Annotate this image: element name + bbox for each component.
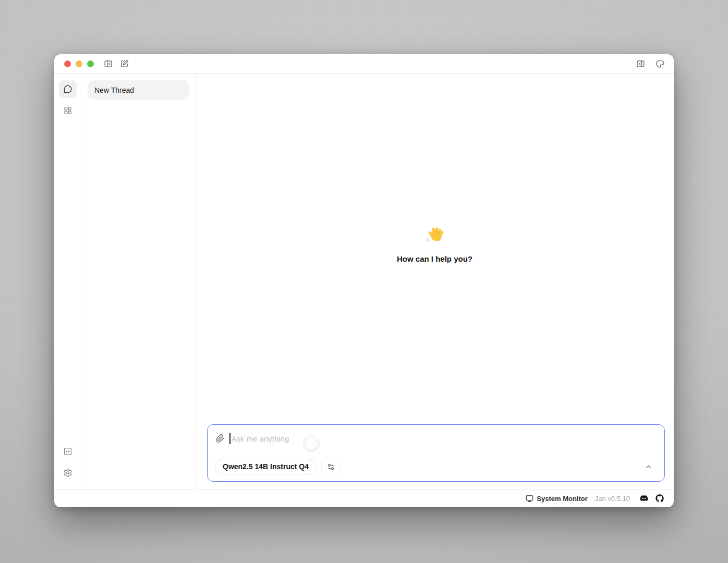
code-square-icon — [63, 447, 72, 456]
zoom-window-button[interactable] — [87, 60, 94, 67]
text-caret — [229, 433, 230, 444]
toggle-left-panel-button[interactable] — [102, 57, 114, 70]
titlebar-right-actions — [634, 57, 666, 70]
panel-right-icon — [636, 59, 645, 68]
system-monitor-button[interactable]: System Monitor — [526, 495, 588, 503]
system-monitor-label: System Monitor — [537, 495, 588, 503]
thread-list-panel: New Thread — [81, 74, 196, 489]
palette-icon — [656, 59, 664, 68]
waving-hand-emoji-text: 👋 — [445, 227, 445, 227]
theme-palette-button[interactable] — [653, 57, 666, 70]
empty-state-greeting: 👋 How can I help you? — [196, 227, 674, 263]
thread-title: New Thread — [94, 86, 134, 94]
discord-icon — [640, 494, 648, 503]
toggle-right-panel-button[interactable] — [634, 57, 647, 70]
app-body: New Thread — [54, 74, 674, 489]
sidebar-item-local-api-server[interactable] — [59, 443, 77, 460]
attach-file-button[interactable] — [215, 434, 225, 443]
titlebar — [54, 54, 674, 74]
composer-toolbar-row: Qwen2.5 14B Instruct Q4 — [215, 459, 657, 474]
message-input[interactable] — [232, 434, 657, 443]
thread-list-item[interactable]: New Thread — [88, 80, 189, 100]
minimize-window-button[interactable] — [76, 60, 82, 67]
chat-main-area: 👋 How can I help you? Qwen2.5 14B In — [196, 74, 674, 489]
app-version-label: Jan v0.5.10 — [595, 495, 630, 503]
icon-sidebar — [54, 74, 81, 489]
model-selector-button[interactable]: Qwen2.5 14B Instruct Q4 — [215, 459, 317, 474]
compose-icon — [120, 59, 129, 68]
model-settings-button[interactable] — [321, 459, 341, 474]
titlebar-left-actions — [102, 57, 130, 70]
github-icon — [656, 494, 664, 503]
sliders-icon — [327, 463, 335, 471]
greeting-text: How can I help you? — [196, 254, 674, 263]
sidebar-item-threads[interactable] — [59, 80, 77, 98]
panel-left-icon — [104, 59, 113, 68]
monitor-icon — [526, 495, 533, 503]
statusbar: System Monitor Jan v0.5.10 — [54, 489, 674, 507]
new-thread-button[interactable] — [118, 57, 130, 70]
discord-link-button[interactable] — [640, 494, 648, 503]
gear-icon — [63, 468, 72, 478]
composer-input-row — [215, 432, 657, 445]
message-composer: Qwen2.5 14B Instruct Q4 — [207, 424, 665, 482]
jan-app-window: New Thread — [54, 54, 674, 507]
grid-icon — [63, 106, 72, 115]
collapse-composer-button[interactable] — [641, 460, 655, 473]
sidebar-item-settings[interactable] — [59, 464, 77, 482]
chat-bubble-icon — [63, 84, 72, 94]
waving-hand-emoji — [425, 227, 445, 249]
chevron-up-icon — [645, 463, 652, 471]
close-window-button[interactable] — [64, 60, 71, 67]
github-link-button[interactable] — [656, 494, 664, 503]
traffic-lights — [64, 60, 94, 67]
sidebar-item-hub[interactable] — [59, 102, 77, 119]
paperclip-icon — [215, 434, 225, 443]
